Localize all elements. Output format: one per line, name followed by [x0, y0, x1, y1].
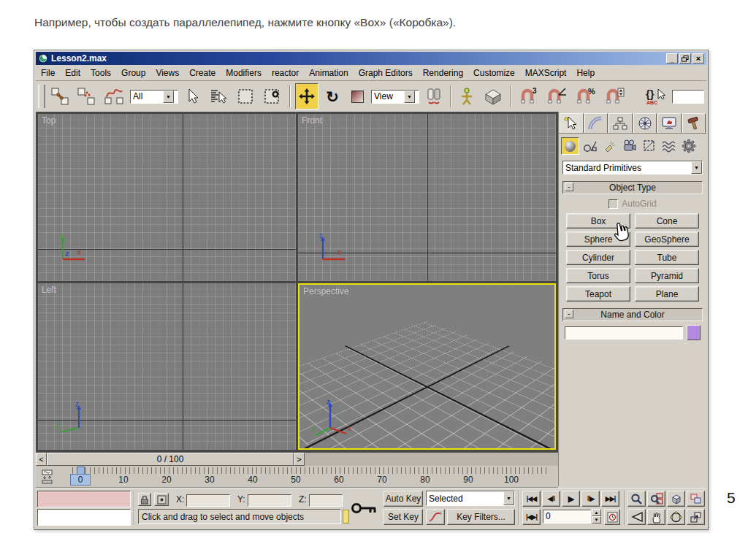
named-selection-input[interactable]: [672, 90, 704, 104]
select-by-name-button[interactable]: [206, 84, 231, 109]
category-cameras[interactable]: [620, 137, 638, 155]
zoom-extents-all-button[interactable]: [687, 491, 705, 507]
object-type-torus-button[interactable]: Torus: [566, 268, 630, 283]
viewport-perspective-label[interactable]: Perspective: [303, 286, 349, 296]
viewport-top-label[interactable]: Top: [42, 115, 56, 126]
selection-filter-dropdown[interactable]: All ▼: [130, 84, 178, 109]
menu-rendering[interactable]: Rendering: [418, 66, 468, 80]
default-tangent-button[interactable]: [426, 509, 445, 525]
field-of-view-button[interactable]: [627, 509, 646, 525]
bind-to-space-warp-button[interactable]: [101, 84, 127, 109]
absolute-offset-mode-toggle[interactable]: [154, 493, 169, 506]
window-crossing-toggle-button[interactable]: [260, 84, 285, 109]
previous-frame-button[interactable]: ◀‖: [542, 491, 560, 507]
next-frame-button[interactable]: ‖▶: [581, 491, 600, 507]
menu-file[interactable]: File: [36, 66, 60, 80]
viewport-left[interactable]: Left z y: [38, 283, 296, 450]
time-slider-thumb[interactable]: 0 / 100: [47, 453, 294, 466]
select-and-move-button[interactable]: [295, 83, 318, 110]
menu-group[interactable]: Group: [116, 66, 150, 80]
select-and-rotate-button[interactable]: ↻: [321, 84, 343, 109]
menu-animation[interactable]: Animation: [304, 66, 353, 80]
dropdown-arrow-icon[interactable]: ▼: [404, 91, 415, 103]
frame-spinner-up[interactable]: ▲: [592, 509, 601, 516]
viewport-front[interactable]: Front z x: [298, 114, 556, 281]
toolbar-drag-handle[interactable]: [38, 85, 45, 108]
key-filters-button[interactable]: Key Filters...: [447, 509, 515, 525]
category-systems[interactable]: [679, 137, 698, 155]
use-pivot-point-center-button[interactable]: [422, 84, 446, 109]
tab-motion[interactable]: [633, 113, 657, 133]
object-type-teapot-button[interactable]: Teapot: [566, 286, 630, 302]
y-coordinate-field[interactable]: [248, 494, 291, 507]
dropdown-arrow-icon[interactable]: ▼: [503, 491, 514, 505]
category-space-warps[interactable]: [660, 137, 678, 155]
menu-edit[interactable]: Edit: [60, 66, 85, 80]
key-selection-dropdown[interactable]: Selected ▼: [426, 491, 515, 506]
time-configuration-button[interactable]: [604, 509, 620, 525]
category-shapes[interactable]: [581, 137, 599, 155]
auto-key-button[interactable]: Auto Key: [383, 491, 423, 507]
menu-tools[interactable]: Tools: [85, 66, 116, 80]
time-slider-track[interactable]: [305, 453, 558, 466]
play-button[interactable]: ▶: [562, 491, 580, 507]
menu-create[interactable]: Create: [184, 66, 221, 80]
go-to-start-button[interactable]: |◀◀: [522, 491, 541, 507]
title-bar[interactable]: Lesson2.max _ ×: [36, 52, 706, 65]
menu-customize[interactable]: Customize: [468, 66, 520, 80]
select-and-scale-button[interactable]: [346, 84, 368, 109]
maxscript-mini-listener-pink[interactable]: [37, 491, 131, 507]
key-mode-toggle[interactable]: |◀▶|: [522, 509, 541, 525]
object-color-swatch[interactable]: [687, 325, 701, 340]
current-frame-field[interactable]: [543, 510, 591, 523]
reference-coordinate-dropdown[interactable]: View ▼: [371, 84, 419, 109]
menu-graph-editors[interactable]: Graph Editors: [354, 66, 418, 80]
category-helpers[interactable]: [640, 137, 658, 155]
restore-button[interactable]: [679, 53, 691, 64]
minimize-button[interactable]: _: [666, 53, 678, 64]
select-and-manipulate-button[interactable]: [456, 84, 478, 109]
object-type-pyramid-button[interactable]: Pyramid: [635, 268, 699, 283]
select-and-link-button[interactable]: [48, 84, 72, 109]
menu-reactor[interactable]: reactor: [267, 66, 304, 80]
viewport-top[interactable]: Top y x z: [38, 114, 296, 281]
tab-utilities[interactable]: [682, 113, 706, 133]
rectangular-selection-region-button[interactable]: [234, 84, 257, 109]
tab-modify[interactable]: [584, 113, 608, 133]
zoom-extents-button[interactable]: [667, 491, 685, 507]
percent-snap-toggle-button[interactable]: %: [573, 84, 599, 109]
object-type-geosphere-button[interactable]: GeoSphere: [635, 231, 699, 247]
angle-snap-toggle-button[interactable]: [543, 84, 570, 109]
go-to-end-button[interactable]: ▶▶|: [601, 491, 619, 507]
menu-modifiers[interactable]: Modifiers: [221, 66, 267, 80]
dropdown-arrow-icon[interactable]: ▼: [163, 91, 174, 103]
close-button[interactable]: ×: [692, 53, 704, 64]
name-color-rollout-header[interactable]: - Name and Color: [562, 308, 703, 321]
snap-toggle-3d-button[interactable]: 3: [516, 84, 541, 109]
object-type-tube-button[interactable]: Tube: [635, 250, 699, 265]
object-type-cylinder-button[interactable]: Cylinder: [566, 250, 630, 265]
primitive-category-dropdown[interactable]: Standard Primitives ▼: [562, 161, 703, 174]
viewport-left-label[interactable]: Left: [42, 285, 56, 295]
menu-help[interactable]: Help: [571, 66, 600, 80]
object-type-rollout-header[interactable]: - Object Type: [562, 181, 703, 194]
frame-spinner-down[interactable]: ▼: [592, 516, 601, 523]
tab-display[interactable]: [657, 113, 682, 133]
track-bar-ruler[interactable]: 0 10 20 30 40 50 60 70 80 90 100: [36, 466, 558, 488]
dropdown-arrow-icon[interactable]: ▼: [691, 161, 702, 174]
zoom-button[interactable]: [627, 491, 646, 507]
viewport-front-label[interactable]: Front: [302, 115, 322, 126]
selection-lock-toggle[interactable]: [138, 493, 151, 506]
mini-curve-editor-icon[interactable]: [41, 469, 57, 485]
pan-view-button[interactable]: [647, 509, 665, 525]
category-lights[interactable]: [600, 137, 619, 155]
rollout-collapse-icon[interactable]: -: [565, 183, 573, 191]
x-coordinate-field[interactable]: [186, 494, 230, 507]
viewport-perspective[interactable]: Perspective z x y: [298, 283, 556, 450]
object-type-plane-button[interactable]: Plane: [635, 286, 699, 302]
spinner-snap-toggle-button[interactable]: [602, 84, 627, 109]
menu-maxscript[interactable]: MAXScript: [520, 66, 572, 80]
edit-named-selection-sets-button[interactable]: {} ABC: [643, 84, 669, 109]
category-geometry[interactable]: [561, 137, 579, 155]
set-key-button[interactable]: Set Key: [383, 509, 423, 525]
